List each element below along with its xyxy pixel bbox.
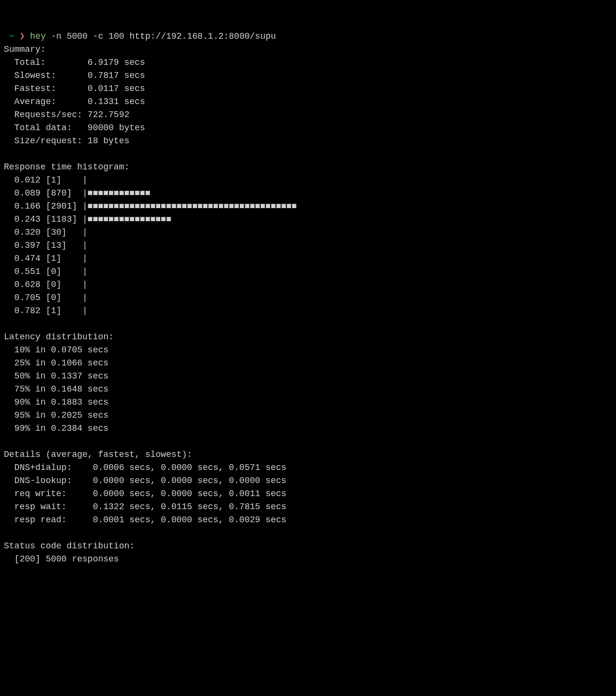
histogram-bucket: 0.474 [1]: [15, 254, 82, 263]
details-label: resp read:: [15, 515, 93, 525]
histogram-bar: |■■■■■■■■■■■■■■■■■■■■■■■■■■■■■■■■■■■■■■■…: [82, 201, 297, 211]
summary-label: Total:: [15, 58, 88, 67]
details-avg: 0.0000 secs,: [93, 489, 161, 499]
details-header: Details (average, fastest, slowest):: [4, 450, 192, 459]
details-slow: 0.0011 secs: [229, 489, 287, 499]
histogram-bar: |: [82, 267, 88, 276]
histogram-bucket: 0.782 [1]: [15, 306, 82, 316]
latency-header: Latency distribution:: [4, 332, 114, 342]
summary-header: Summary:: [4, 45, 46, 54]
summary-label: Total data:: [15, 123, 88, 133]
histogram-bar: |: [82, 175, 88, 185]
latency-row: 99% in 0.2384 secs: [15, 424, 108, 433]
details-label: DNS+dialup:: [15, 463, 93, 472]
command-name: hey: [30, 31, 46, 41]
details-fast: 0.0000 secs,: [161, 463, 229, 472]
details-avg: 0.0006 secs,: [93, 463, 161, 472]
summary-label: Fastest:: [15, 84, 88, 93]
histogram-bucket: 0.397 [13]: [15, 241, 82, 250]
summary-label: Average:: [15, 97, 88, 106]
summary-label: Size/request:: [15, 136, 88, 146]
terminal-output: ~ ❯ hey -n 5000 -c 100 http://192.168.1.…: [4, 30, 612, 566]
histogram-bar: |: [82, 306, 88, 316]
status-header: Status code distribution:: [4, 541, 135, 551]
status-line: [200] 5000 responses: [15, 554, 119, 564]
summary-value: 0.1331 secs: [88, 97, 145, 106]
prompt-tilde: ~: [9, 31, 15, 41]
details-slow: 0.0000 secs: [229, 476, 287, 485]
summary-value: 6.9179 secs: [88, 58, 145, 67]
histogram-bucket: 0.166 [2901]: [15, 201, 82, 211]
histogram-header: Response time histogram:: [4, 162, 129, 172]
details-label: DNS-lookup:: [15, 476, 93, 485]
details-slow: 0.0029 secs: [229, 515, 287, 525]
summary-value: 90000 bytes: [88, 123, 145, 133]
histogram-bar: |■■■■■■■■■■■■■■■■: [82, 214, 171, 224]
details-slow: 0.7815 secs: [229, 502, 287, 512]
prompt-arrow-icon: ❯: [19, 31, 25, 41]
histogram-bar: |: [82, 280, 88, 289]
histogram-bar: |: [82, 241, 88, 250]
latency-row: 95% in 0.2025 secs: [15, 410, 108, 420]
histogram-bucket: 0.012 [1]: [15, 175, 82, 185]
histogram-bucket: 0.089 [870]: [15, 188, 82, 198]
latency-row: 10% in 0.0705 secs: [15, 345, 108, 355]
histogram-bar: |: [82, 227, 88, 237]
summary-label: Slowest:: [15, 71, 88, 80]
details-avg: 0.1322 secs,: [93, 502, 161, 512]
histogram-bar: |: [82, 293, 88, 303]
details-label: resp wait:: [15, 502, 93, 512]
details-fast: 0.0000 secs,: [161, 489, 229, 499]
latency-row: 75% in 0.1648 secs: [15, 384, 108, 394]
latency-row: 90% in 0.1883 secs: [15, 397, 108, 407]
summary-label: Requests/sec:: [15, 110, 88, 120]
summary-value: 18 bytes: [88, 136, 129, 146]
details-fast: 0.0000 secs,: [161, 476, 229, 485]
histogram-bucket: 0.551 [0]: [15, 267, 82, 276]
command-args: -n 5000 -c 100 http://192.168.1.2:8000/s…: [51, 31, 276, 41]
histogram-bar: |■■■■■■■■■■■■: [82, 188, 150, 198]
histogram-bucket: 0.320 [30]: [15, 227, 82, 237]
summary-value: 0.0117 secs: [88, 84, 145, 93]
details-slow: 0.0571 secs: [229, 463, 287, 472]
summary-value: 722.7592: [88, 110, 129, 120]
histogram-bar: |: [82, 254, 88, 263]
latency-row: 25% in 0.1066 secs: [15, 358, 108, 368]
latency-row: 50% in 0.1337 secs: [15, 371, 108, 381]
summary-value: 0.7817 secs: [88, 71, 145, 80]
histogram-bucket: 0.628 [0]: [15, 280, 82, 289]
details-fast: 0.0115 secs,: [161, 502, 229, 512]
details-avg: 0.0001 secs,: [93, 515, 161, 525]
histogram-bucket: 0.243 [1183]: [15, 214, 82, 224]
histogram-bucket: 0.705 [0]: [15, 293, 82, 303]
details-label: req write:: [15, 489, 93, 499]
details-avg: 0.0000 secs,: [93, 476, 161, 485]
details-fast: 0.0000 secs,: [161, 515, 229, 525]
